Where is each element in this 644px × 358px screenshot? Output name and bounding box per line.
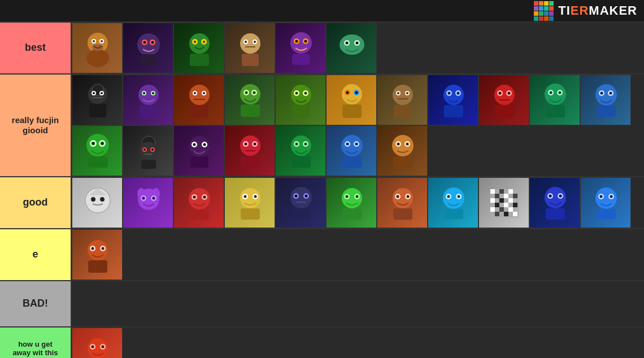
tier-row-bad: BAD!: [0, 281, 644, 328]
svg-rect-205: [490, 207, 495, 212]
tier-item[interactable]: [275, 75, 326, 125]
svg-point-28: [295, 40, 298, 43]
svg-point-140: [392, 135, 414, 156]
svg-rect-203: [504, 203, 508, 207]
svg-rect-207: [508, 207, 513, 212]
svg-rect-60: [241, 104, 260, 117]
tier-item[interactable]: [275, 177, 326, 228]
tier-item[interactable]: [224, 177, 275, 228]
tier-item[interactable]: [72, 125, 123, 176]
tier-item[interactable]: [377, 125, 428, 176]
tier-item[interactable]: [478, 75, 529, 125]
svg-point-11: [151, 41, 154, 44]
tier-item[interactable]: [123, 75, 173, 125]
svg-point-22: [245, 41, 247, 43]
svg-point-131: [295, 143, 298, 146]
tier-item[interactable]: [72, 229, 123, 280]
tier-item[interactable]: [224, 23, 275, 73]
tier-item[interactable]: [72, 177, 123, 228]
tier-items-good: [71, 177, 644, 228]
tier-item[interactable]: [173, 177, 224, 228]
tier-item[interactable]: [72, 75, 123, 125]
tier-row-good: good: [0, 177, 644, 229]
svg-point-4: [93, 40, 95, 42]
tier-item[interactable]: [428, 177, 478, 228]
svg-point-101: [610, 92, 612, 95]
svg-rect-167: [241, 208, 260, 220]
svg-point-166: [254, 195, 257, 198]
svg-point-88: [499, 92, 502, 95]
tier-item[interactable]: [123, 125, 173, 176]
svg-rect-96: [546, 105, 565, 117]
svg-rect-193: [490, 189, 495, 194]
tier-item[interactable]: [326, 23, 377, 73]
svg-point-159: [193, 196, 196, 199]
tier-item[interactable]: [275, 125, 326, 176]
tier-item[interactable]: [123, 177, 173, 228]
svg-point-106: [92, 142, 95, 145]
svg-point-76: [397, 92, 399, 94]
tier-item[interactable]: [173, 23, 224, 73]
svg-point-119: [193, 143, 196, 146]
svg-point-138: [355, 143, 358, 146]
tier-items-bad: [71, 281, 644, 326]
svg-point-154: [142, 197, 145, 200]
svg-point-6: [92, 44, 103, 51]
tier-list: best: [0, 23, 644, 358]
svg-rect-199: [490, 198, 495, 203]
tier-item[interactable]: [478, 177, 529, 228]
svg-point-52: [194, 92, 196, 94]
svg-point-113: [143, 149, 146, 151]
svg-rect-108: [88, 156, 108, 168]
tier-item[interactable]: [377, 75, 428, 125]
svg-rect-139: [342, 156, 362, 168]
tier-item[interactable]: [173, 125, 224, 176]
tier-item[interactable]: [580, 177, 631, 228]
tier-label-bad: BAD!: [0, 281, 71, 326]
svg-point-41: [101, 92, 103, 94]
tier-item[interactable]: [275, 23, 326, 73]
tier-item[interactable]: [529, 75, 580, 125]
tier-item[interactable]: [377, 177, 428, 228]
svg-rect-195: [508, 189, 513, 194]
svg-rect-202: [495, 203, 499, 207]
svg-point-215: [559, 195, 562, 198]
svg-point-183: [397, 195, 399, 198]
tier-item[interactable]: [326, 75, 377, 125]
tier-item[interactable]: [173, 75, 224, 125]
svg-point-233: [102, 346, 105, 348]
svg-point-226: [92, 247, 94, 250]
svg-rect-197: [504, 194, 508, 198]
svg-point-77: [406, 92, 408, 94]
tier-item[interactable]: [326, 125, 377, 176]
svg-rect-210: [513, 212, 517, 216]
svg-rect-84: [444, 105, 463, 117]
tier-items-best: [71, 23, 644, 73]
svg-point-13: [189, 33, 210, 54]
tier-item[interactable]: [72, 328, 123, 358]
tier-item[interactable]: [326, 177, 377, 228]
tier-item[interactable]: [428, 75, 478, 125]
svg-point-85: [494, 85, 515, 105]
svg-point-34: [346, 42, 349, 45]
svg-rect-196: [495, 194, 499, 198]
svg-rect-102: [597, 106, 616, 117]
svg-point-220: [600, 195, 603, 198]
svg-point-58: [245, 91, 248, 94]
svg-rect-173: [291, 208, 311, 220]
tier-item[interactable]: [224, 125, 275, 176]
svg-rect-115: [141, 160, 156, 169]
svg-point-214: [549, 195, 552, 198]
tier-item[interactable]: [224, 75, 275, 125]
svg-point-1: [86, 49, 109, 67]
tier-item[interactable]: [529, 177, 580, 228]
svg-point-5: [101, 40, 103, 42]
svg-rect-198: [513, 194, 517, 198]
svg-point-94: [550, 91, 552, 94]
svg-point-100: [601, 92, 603, 95]
tier-row-fn: how u get away wit this one: [0, 328, 644, 358]
tier-item[interactable]: [580, 75, 631, 125]
tier-item[interactable]: [123, 23, 173, 73]
svg-point-184: [407, 195, 410, 198]
tier-item[interactable]: [72, 23, 123, 73]
